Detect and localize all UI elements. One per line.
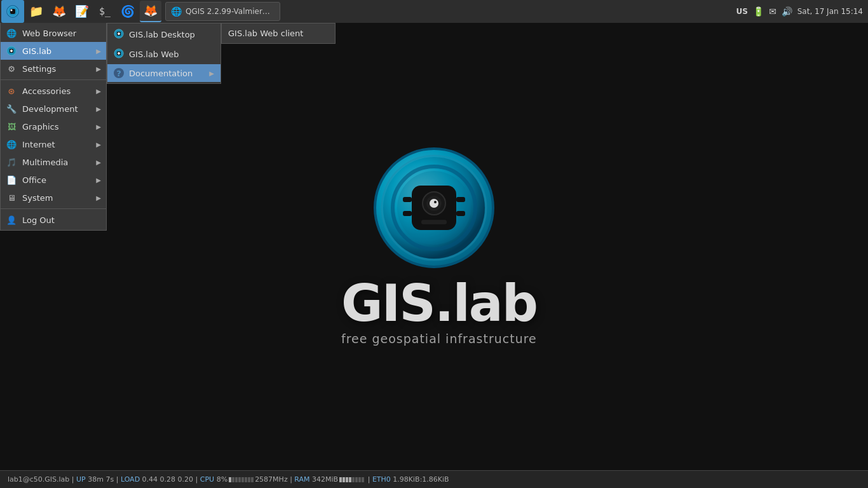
graphics-arrow: ▶	[96, 123, 101, 130]
status-cpu-freq: 2587MHz	[255, 475, 288, 484]
files-button[interactable]: 📁	[25, 1, 47, 22]
status-cpu-value: 8%	[214, 475, 227, 484]
gislab-web-label: GIS.lab Web	[129, 50, 179, 59]
logo-circle	[374, 147, 494, 268]
menu-item-graphics[interactable]: 🖼 Graphics ▶	[1, 118, 106, 135]
gislab-web-client-label: GIS.lab Web client	[228, 29, 303, 38]
svg-rect-13	[421, 220, 447, 224]
statusbar: lab1@c50.GIS.lab | UP 38m 7s | LOAD 0.44…	[0, 470, 868, 488]
menu-item-office[interactable]: 📄 Office ▶	[1, 171, 106, 189]
firefox-icon-2: 🦊	[144, 5, 158, 17]
svg-point-12	[434, 201, 437, 203]
menu-item-system[interactable]: 🖥 System ▶	[1, 189, 106, 207]
menu-item-multimedia[interactable]: 🎵 Multimedia ▶	[1, 153, 106, 171]
editor-icon: 📝	[75, 6, 89, 17]
system-label: System	[22, 193, 91, 203]
active-window-title: QGIS 2.2.99-Valmiera (ppa:...	[186, 7, 275, 16]
menu-item-internet[interactable]: 🌐 Internet ▶	[1, 135, 106, 153]
multimedia-arrow: ▶	[96, 159, 101, 166]
active-window[interactable]: 🌐 QGIS 2.2.99-Valmiera (ppa:...	[165, 2, 280, 21]
app-menu-button[interactable]	[1, 0, 24, 23]
settings-arrow: ▶	[96, 65, 101, 72]
documentation-item[interactable]: ? Documentation ▶	[107, 64, 220, 82]
svg-point-23	[118, 32, 120, 35]
documentation-arrow: ▶	[209, 70, 214, 77]
datetime-display: Sat, 17 Jan 15:14	[797, 7, 863, 16]
menu-item-logout[interactable]: 👤 Log Out	[1, 211, 106, 229]
gislab-submenu: GIS.lab Desktop GIS.lab Web ? Documentat…	[107, 23, 221, 84]
gislab-logo: GIS.lab free geospatial infrastructure	[331, 147, 537, 346]
logo-title: GIS.lab	[341, 278, 537, 329]
status-eth-label: ETH0	[372, 475, 391, 484]
cpu-bar-graph	[229, 477, 254, 482]
app-icon: 🌀	[121, 6, 135, 17]
system-arrow: ▶	[96, 194, 101, 201]
menu-separator-2	[1, 208, 106, 209]
taskbar-left: 📁 🦊 📝 $_ 🌀 🦊 🌐 QGIS 2.2.99-Valmiera (ppa…	[0, 0, 280, 23]
status-eth-value: 1.98KiB:1.86KiB	[391, 475, 449, 484]
terminal-icon: $_	[99, 6, 111, 17]
status-user-host: lab1@c50.GIS.lab	[8, 475, 69, 484]
logo-subtitle: free geospatial infrastructure	[341, 332, 537, 346]
accessories-label: Accessories	[22, 86, 91, 96]
status-separator-1: |	[69, 475, 76, 484]
accessories-icon: ⊛	[6, 85, 17, 97]
svg-rect-15	[456, 197, 465, 202]
gislab-desktop-item[interactable]: GIS.lab Desktop	[107, 25, 220, 44]
development-label: Development	[22, 104, 91, 114]
svg-point-11	[430, 199, 438, 208]
mail-icon: ✉	[769, 6, 776, 17]
taskbar-right: US 🔋 ✉ 🔊 Sat, 17 Jan 15:14	[736, 6, 868, 17]
editor-button[interactable]: 📝	[71, 1, 93, 22]
status-ram-value: 342MiB	[310, 475, 339, 484]
status-uptime-label: UP	[76, 475, 86, 484]
status-load-value: 0.44 0.28 0.20	[140, 475, 193, 484]
documentation-label: Documentation	[129, 69, 193, 78]
menu-separator-1	[1, 79, 106, 80]
status-separator-3: |	[193, 475, 200, 484]
firefox-button-1[interactable]: 🦊	[48, 1, 70, 22]
firefox-button-2[interactable]: 🦊	[140, 1, 161, 22]
logout-label: Log Out	[22, 215, 101, 225]
status-uptime-value: 38m 7s	[86, 475, 114, 484]
gislab-web-client-item[interactable]: GIS.lab Web client	[222, 25, 335, 42]
menu-item-accessories[interactable]: ⊛ Accessories ▶	[1, 82, 106, 100]
web-browser-label: Web Browser	[22, 29, 101, 38]
development-arrow: ▶	[96, 105, 101, 112]
gislab-icon	[6, 45, 17, 57]
volume-icon: 🔊	[782, 6, 792, 17]
office-icon: 📄	[6, 174, 17, 186]
files-icon: 📁	[29, 6, 43, 17]
internet-arrow: ▶	[96, 141, 101, 148]
svg-point-26	[118, 52, 120, 55]
settings-icon: ⚙	[6, 63, 17, 74]
menu-item-settings[interactable]: ⚙ Settings ▶	[1, 60, 106, 78]
settings-label: Settings	[22, 64, 91, 74]
battery-icon: 🔋	[753, 6, 764, 17]
menu-item-development[interactable]: 🔧 Development ▶	[1, 100, 106, 118]
gislab-web-item[interactable]: GIS.lab Web	[107, 44, 220, 64]
locale-indicator[interactable]: US	[736, 7, 748, 16]
documentation-submenu: GIS.lab Web client	[221, 23, 336, 44]
gislab-web-icon	[114, 48, 124, 60]
menu-item-gislab[interactable]: GIS.lab ▶	[1, 42, 106, 60]
terminal-button[interactable]: $_	[94, 1, 116, 22]
gislab-desktop-label: GIS.lab Desktop	[129, 30, 195, 39]
graphics-label: Graphics	[22, 122, 91, 132]
development-icon: 🔧	[6, 103, 17, 114]
status-separator-2: |	[114, 475, 121, 484]
multimedia-label: Multimedia	[22, 158, 91, 167]
web-browser-icon: 🌐	[6, 27, 17, 39]
menu-item-web-browser[interactable]: 🌐 Web Browser	[1, 24, 106, 42]
status-separator-4: |	[288, 475, 295, 484]
ram-bar-graph	[339, 477, 364, 482]
gislab-label: GIS.lab	[22, 46, 91, 56]
app-button[interactable]: 🌀	[117, 1, 139, 22]
svg-rect-14	[403, 197, 412, 202]
gislab-desktop-icon	[114, 29, 124, 41]
office-arrow: ▶	[96, 177, 101, 184]
svg-point-20	[10, 50, 13, 52]
status-load-label: LOAD	[121, 475, 140, 484]
status-cpu-label: CPU	[200, 475, 214, 484]
logout-icon: 👤	[6, 214, 17, 226]
